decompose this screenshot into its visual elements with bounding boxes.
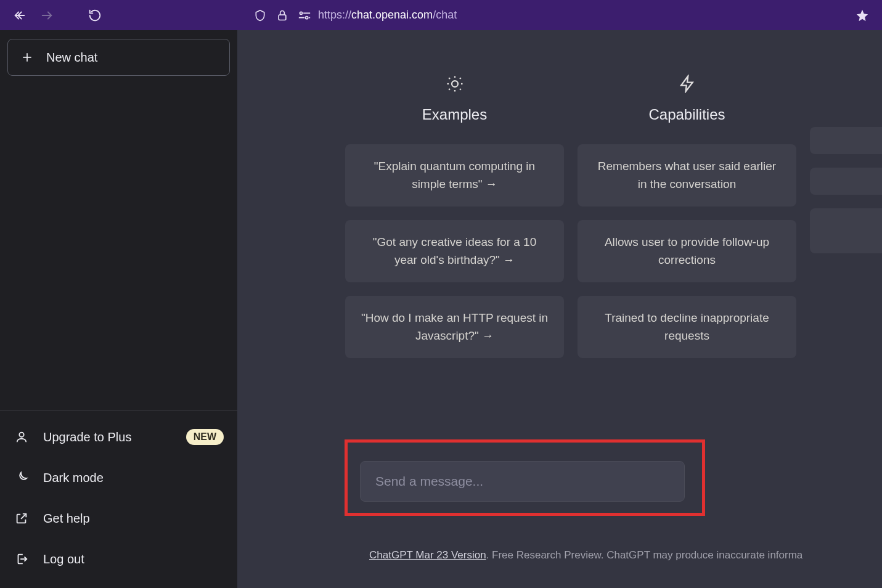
column-title: Capabilities (648, 106, 725, 123)
limitation-card (810, 127, 882, 154)
new-chat-button[interactable]: New chat (7, 39, 230, 76)
example-card[interactable]: "Explain quantum computing in simple ter… (345, 144, 564, 206)
reload-button[interactable] (83, 4, 107, 27)
moon-icon (14, 470, 30, 486)
bookmark-star-icon[interactable] (850, 4, 875, 27)
example-card[interactable]: "How do I make an HTTP request in Javasc… (345, 296, 564, 358)
svg-line-19 (460, 89, 461, 90)
sidebar-item-upgrade[interactable]: Upgrade to Plus NEW (7, 417, 230, 457)
sidebar-divider (0, 410, 237, 410)
sidebar: New chat Upgrade to Plus NEW Dark mode G… (0, 30, 237, 588)
column-capabilities: Capabilities Remembers what user said ea… (578, 70, 796, 372)
bolt-icon (678, 70, 696, 97)
annotation-highlight (345, 439, 705, 516)
lock-icon[interactable] (274, 7, 291, 24)
message-input[interactable] (360, 461, 685, 502)
column-limitations: L (810, 70, 882, 372)
user-icon (14, 429, 30, 445)
sidebar-item-label: Get help (43, 512, 90, 526)
back-button[interactable] (7, 4, 32, 27)
permissions-icon[interactable] (296, 7, 313, 24)
main-content: Examples "Explain quantum computing in s… (237, 30, 882, 588)
footer-rest: . Free Research Preview. ChatGPT may pro… (486, 549, 803, 561)
svg-point-6 (306, 16, 308, 18)
limitation-card: L (810, 208, 882, 253)
external-link-icon (14, 510, 30, 526)
version-link[interactable]: ChatGPT Mar 23 Version (369, 549, 486, 561)
url-domain: chat.openai.com (351, 9, 433, 21)
sun-icon (446, 70, 464, 97)
sidebar-item-label: Dark mode (43, 471, 104, 485)
capability-card: Remembers what user said earlier in the … (578, 144, 796, 206)
capability-card: Trained to decline inappropriate request… (578, 296, 796, 358)
svg-rect-3 (279, 15, 286, 20)
sidebar-item-logout[interactable]: Log out (7, 539, 230, 579)
svg-line-20 (460, 78, 461, 79)
url-prefix: https:// (318, 9, 351, 21)
capability-card: Allows user to provide follow-up correct… (578, 220, 796, 282)
svg-point-4 (300, 12, 302, 14)
sidebar-item-label: Log out (43, 552, 84, 566)
svg-line-18 (449, 78, 450, 79)
browser-toolbar: https://chat.openai.com/chat (0, 0, 882, 30)
column-title: Examples (422, 106, 487, 123)
logout-icon (14, 551, 30, 567)
address-bar-url[interactable]: https://chat.openai.com/chat (318, 9, 457, 22)
sidebar-item-label: Upgrade to Plus (43, 430, 131, 444)
svg-point-11 (19, 433, 23, 437)
footer-text: ChatGPT Mar 23 Version. Free Research Pr… (369, 549, 882, 561)
sidebar-item-darkmode[interactable]: Dark mode (7, 457, 230, 498)
plus-icon (19, 49, 35, 65)
svg-point-13 (452, 81, 458, 87)
shield-icon[interactable] (251, 7, 269, 24)
new-chat-label: New chat (46, 51, 97, 65)
new-badge: NEW (186, 429, 224, 445)
limitation-card (810, 168, 882, 195)
forward-button[interactable] (35, 4, 59, 27)
example-card[interactable]: "Got any creative ideas for a 10 year ol… (345, 220, 564, 282)
url-path: /chat (433, 9, 457, 21)
svg-line-21 (449, 89, 450, 90)
sidebar-item-help[interactable]: Get help (7, 498, 230, 539)
column-examples: Examples "Explain quantum computing in s… (345, 70, 564, 372)
